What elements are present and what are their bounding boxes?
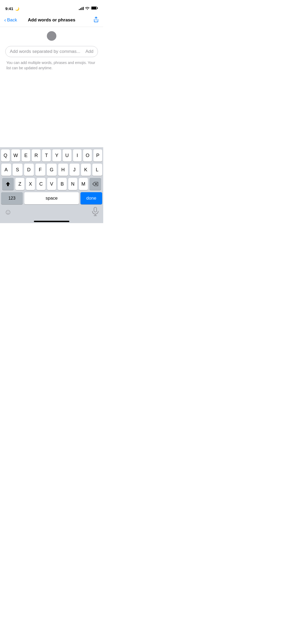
battery-icon — [91, 6, 98, 11]
svg-rect-1 — [92, 7, 96, 9]
key-i[interactable]: I — [73, 149, 82, 162]
chevron-left-icon: ‹ — [4, 17, 6, 22]
key-d[interactable]: D — [24, 164, 34, 176]
moon-icon: 🌙 — [15, 7, 19, 11]
key-g[interactable]: G — [47, 164, 57, 176]
emoji-button[interactable]: ☺ — [4, 208, 12, 216]
key-u[interactable]: U — [63, 149, 71, 162]
keyboard-row-1: Q W E R T Y U I O P — [1, 149, 102, 162]
wifi-icon — [85, 6, 89, 11]
key-q[interactable]: Q — [1, 149, 10, 162]
home-indicator — [34, 221, 69, 222]
keyboard-row-3: Z X C V B N M — [1, 178, 102, 190]
key-y[interactable]: Y — [52, 149, 61, 162]
key-f[interactable]: F — [35, 164, 45, 176]
svg-rect-5 — [94, 207, 97, 212]
status-bar: 9:41 🌙 — [0, 0, 103, 13]
key-t[interactable]: T — [42, 149, 51, 162]
key-e[interactable]: E — [22, 149, 30, 162]
done-key[interactable]: done — [80, 192, 102, 204]
key-x[interactable]: X — [26, 178, 35, 190]
key-h[interactable]: H — [58, 164, 68, 176]
key-n[interactable]: N — [68, 178, 77, 190]
key-p[interactable]: P — [93, 149, 102, 162]
key-m[interactable]: M — [79, 178, 88, 190]
svg-rect-2 — [97, 7, 98, 9]
shift-key[interactable] — [2, 178, 14, 190]
key-b[interactable]: B — [58, 178, 67, 190]
key-r[interactable]: R — [32, 149, 40, 162]
back-label: Back — [7, 17, 17, 23]
key-c[interactable]: C — [37, 178, 46, 190]
space-key[interactable]: space — [24, 192, 79, 204]
back-button[interactable]: ‹ Back — [4, 17, 17, 23]
page-title: Add words or phrases — [28, 17, 75, 23]
key-k[interactable]: K — [81, 164, 91, 176]
helper-text: You can add multiple words, phrases and … — [5, 60, 98, 71]
status-icons — [79, 6, 98, 11]
delete-key[interactable] — [89, 178, 101, 190]
nav-bar: ‹ Back Add words or phrases — [0, 13, 103, 27]
numbers-key[interactable]: 123 — [1, 192, 23, 204]
keyboard-bottom-row: 123 space done — [1, 192, 102, 204]
main-content: Add You can add multiple words, phrases … — [0, 41, 103, 71]
signal-icon — [79, 7, 84, 10]
keyboard-row-2: A S D F G H J K L — [1, 164, 102, 176]
word-input-container[interactable]: Add — [5, 46, 98, 57]
keyboard: Q W E R T Y U I O P A S D F G H J K L Z … — [0, 147, 103, 223]
drag-indicator — [47, 31, 56, 41]
word-input[interactable] — [10, 49, 83, 54]
status-time: 9:41 🌙 — [5, 6, 19, 11]
key-v[interactable]: V — [47, 178, 56, 190]
key-z[interactable]: Z — [15, 178, 24, 190]
key-w[interactable]: W — [11, 149, 20, 162]
key-o[interactable]: O — [83, 149, 92, 162]
key-l[interactable]: L — [92, 164, 102, 176]
keyboard-emoji-row: ☺ — [1, 206, 102, 219]
key-a[interactable]: A — [1, 164, 11, 176]
key-j[interactable]: J — [70, 164, 79, 176]
mic-button[interactable] — [92, 207, 99, 217]
add-button[interactable]: Add — [85, 49, 93, 54]
share-button[interactable] — [93, 17, 99, 24]
key-s[interactable]: S — [13, 164, 22, 176]
